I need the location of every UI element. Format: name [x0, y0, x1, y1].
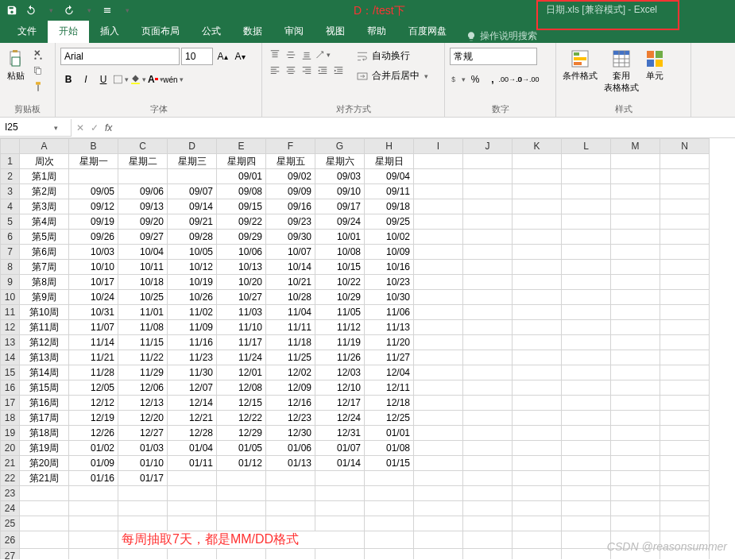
cell-J8[interactable]	[463, 260, 513, 275]
cell-C25[interactable]	[118, 516, 168, 531]
cell-M21[interactable]	[611, 456, 660, 471]
cell-K21[interactable]	[513, 456, 562, 471]
decrease-font-button[interactable]: A▾	[232, 48, 248, 64]
cell-I2[interactable]	[414, 169, 463, 184]
cell-F14[interactable]: 11/25	[266, 350, 315, 365]
accounting-format-button[interactable]: $	[450, 71, 466, 87]
cell-C2[interactable]	[118, 169, 168, 184]
row-header-11[interactable]: 11	[1, 305, 20, 320]
col-header-M[interactable]: M	[611, 139, 660, 154]
cell-E16[interactable]: 12/08	[217, 380, 266, 396]
cell-K17[interactable]	[513, 396, 562, 411]
cell-D2[interactable]	[168, 169, 217, 184]
tab-page-layout[interactable]: 页面布局	[130, 20, 191, 43]
redo-dropdown[interactable]	[79, 2, 97, 19]
col-header-N[interactable]: N	[660, 139, 710, 154]
bold-button[interactable]: B	[60, 71, 76, 87]
cell-K24[interactable]	[513, 501, 562, 516]
cell-F25[interactable]	[266, 516, 315, 531]
cell-D11[interactable]: 11/02	[168, 305, 217, 320]
cell-G17[interactable]: 12/17	[315, 396, 365, 411]
cell-F4[interactable]: 09/16	[266, 199, 315, 214]
cell-H6[interactable]: 10/02	[365, 230, 414, 245]
cell-E6[interactable]: 09/29	[217, 230, 266, 245]
col-header-K[interactable]: K	[513, 139, 562, 154]
cell-F1[interactable]: 星期五	[266, 154, 315, 169]
align-left-button[interactable]	[267, 64, 283, 78]
cell-L22[interactable]	[562, 471, 611, 486]
col-header-H[interactable]: H	[365, 139, 414, 154]
cell-G15[interactable]: 12/03	[315, 365, 365, 380]
cell-D5[interactable]: 09/21	[168, 214, 217, 230]
cell-B19[interactable]: 12/26	[69, 426, 118, 441]
cell-H3[interactable]: 09/11	[365, 184, 414, 199]
cell-J27[interactable]	[463, 549, 513, 560]
cell-A22[interactable]: 第21周	[20, 471, 69, 486]
row-header-24[interactable]: 24	[1, 501, 20, 516]
cell-N14[interactable]	[660, 350, 710, 365]
col-header-C[interactable]: C	[118, 139, 168, 154]
cell-D21[interactable]: 01/11	[168, 456, 217, 471]
cell-N3[interactable]	[660, 184, 710, 199]
cell-H10[interactable]: 10/30	[365, 290, 414, 305]
cell-B5[interactable]: 09/19	[69, 214, 118, 230]
wrap-text-button[interactable]: 自动换行	[354, 48, 430, 64]
cell-M7[interactable]	[611, 245, 660, 260]
row-header-17[interactable]: 17	[1, 396, 20, 411]
cell-L26[interactable]	[562, 531, 611, 549]
cell-I11[interactable]	[414, 305, 463, 320]
col-header-B[interactable]: B	[69, 139, 118, 154]
cell-E19[interactable]: 12/29	[217, 426, 266, 441]
row-header-13[interactable]: 13	[1, 335, 20, 350]
cell-J22[interactable]	[463, 471, 513, 486]
tab-review[interactable]: 审阅	[273, 20, 315, 43]
cell-A24[interactable]	[20, 501, 69, 516]
cell-G4[interactable]: 09/17	[315, 199, 365, 214]
cell-D4[interactable]: 09/14	[168, 199, 217, 214]
cell-N13[interactable]	[660, 335, 710, 350]
row-header-19[interactable]: 19	[1, 426, 20, 441]
cell-B26[interactable]	[69, 531, 118, 549]
cell-A17[interactable]: 第16周	[20, 396, 69, 411]
cell-L6[interactable]	[562, 230, 611, 245]
cell-D19[interactable]: 12/28	[168, 426, 217, 441]
cell-K4[interactable]	[513, 199, 562, 214]
cell-J4[interactable]	[463, 199, 513, 214]
cell-I15[interactable]	[414, 365, 463, 380]
cell-I14[interactable]	[414, 350, 463, 365]
cell-H2[interactable]: 09/04	[365, 169, 414, 184]
cell-E11[interactable]: 11/03	[217, 305, 266, 320]
cell-L19[interactable]	[562, 426, 611, 441]
cell-N24[interactable]	[660, 501, 710, 516]
cell-I19[interactable]	[414, 426, 463, 441]
cell-A26[interactable]	[20, 531, 69, 549]
cell-H27[interactable]	[365, 549, 414, 560]
cell-C14[interactable]: 11/22	[118, 350, 168, 365]
cell-K20[interactable]	[513, 441, 562, 456]
cell-K10[interactable]	[513, 290, 562, 305]
cell-M10[interactable]	[611, 290, 660, 305]
cell-F16[interactable]: 12/09	[266, 380, 315, 396]
cell-D18[interactable]: 12/21	[168, 411, 217, 426]
tab-baidu[interactable]: 百度网盘	[397, 20, 458, 43]
cell-L13[interactable]	[562, 335, 611, 350]
cell-H19[interactable]: 01/01	[365, 426, 414, 441]
cell-E9[interactable]: 10/20	[217, 275, 266, 290]
cell-M9[interactable]	[611, 275, 660, 290]
cell-D10[interactable]: 10/26	[168, 290, 217, 305]
cell-B21[interactable]: 01/09	[69, 456, 118, 471]
conditional-format-button[interactable]: 条件格式	[561, 48, 599, 83]
cell-G12[interactable]: 11/12	[315, 320, 365, 335]
cell-G19[interactable]: 12/31	[315, 426, 365, 441]
cell-H9[interactable]: 10/23	[365, 275, 414, 290]
cell-I26[interactable]	[414, 531, 463, 549]
cell-F3[interactable]: 09/09	[266, 184, 315, 199]
cell-K12[interactable]	[513, 320, 562, 335]
cell-A7[interactable]: 第6周	[20, 245, 69, 260]
cell-H26[interactable]	[365, 531, 414, 549]
cell-F20[interactable]: 01/06	[266, 441, 315, 456]
cell-G9[interactable]: 10/22	[315, 275, 365, 290]
cell-M5[interactable]	[611, 214, 660, 230]
cell-A6[interactable]: 第5周	[20, 230, 69, 245]
underline-button[interactable]: U	[95, 71, 111, 87]
